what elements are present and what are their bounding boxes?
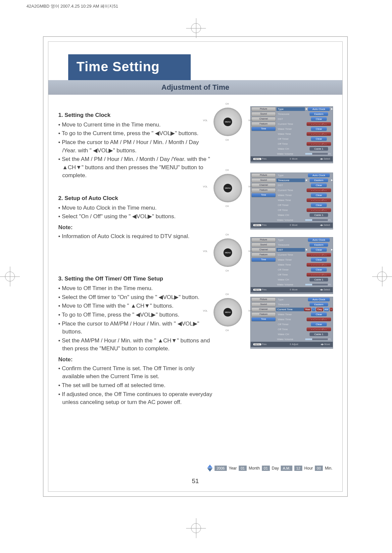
remote-dpad-icon: CH CH VOL VOL MENU: [209, 106, 247, 138]
crop-mark-right: [372, 267, 392, 286]
bullet: Move to Off Timer in the Time menu.: [58, 284, 214, 293]
title-box: Time Setting: [68, 54, 191, 80]
note-label: Note:: [58, 224, 214, 232]
figure-dst: CHCH VOLVOL MENU PictureTypeAuto Clock S…: [209, 237, 333, 294]
list-off: Move to Off Timer in the Time menu. Sele…: [58, 284, 214, 353]
page-number: 51: [48, 478, 342, 485]
heading-off: 3. Setting the Off Timer/ Off Time Setup: [58, 275, 214, 283]
bullet: To go to Off Time, press the " ◀VOL▶" bu…: [58, 311, 214, 319]
figure-current-time: CHCH VOLVOL MENU PictureTypeAuto Clock S…: [209, 297, 333, 349]
crop-mark-bottom: [186, 518, 206, 538]
document-header-meta: 42A2GMBD 영어 2007.4.25 10:29 AM 페이지51: [26, 3, 118, 9]
bullet: Set the AM/PM / Hour / Min. with the " ▲…: [58, 337, 214, 353]
figure-auto-clock: CHCH VOLVOL MENU PictureTypeAuto Clock S…: [209, 173, 333, 229]
heading-clock: 1. Setting the Clock: [58, 111, 214, 120]
list-auto-note: Information of Auto Clock is required to…: [58, 232, 214, 241]
osd-panel-current-time: PictureTypeAuto Clock SoundTimezoneEaste…: [250, 297, 333, 349]
bullet: Move to Auto Clock in the Time menu.: [58, 204, 214, 212]
section-auto-clock: 2. Setup of Auto Clock Move to Auto Cloc…: [58, 194, 214, 240]
list-auto: Move to Auto Clock in the Time menu. Sel…: [58, 204, 214, 221]
page-title: Time Setting: [76, 59, 182, 74]
crop-mark-top: [186, 18, 206, 38]
osd-panel-timezone: PictureTypeAuto Clock SoundTimezone◀East…: [250, 173, 333, 229]
bullet: To go to the Current time, press the " ◀…: [58, 129, 214, 138]
year-value: 2006: [215, 466, 226, 471]
content-area: 1. Setting the Clock Move to Current tim…: [48, 95, 342, 428]
bullet: Place the cursor to AM / PM / Hour / Min…: [58, 138, 214, 155]
list-off-note: Confirm the Current Time is set. The Off…: [58, 365, 214, 407]
bullet: Set the AM / PM / Hour / Min. / Month / …: [58, 155, 214, 180]
remote-dpad-icon: CHCH VOLVOL MENU: [209, 173, 247, 204]
bullet: Move to Off Time with the " ▲CH▼" button…: [58, 302, 214, 310]
bullet: Information of Auto Clock is required to…: [58, 232, 214, 241]
heading-auto: 2. Setup of Auto Clock: [58, 194, 214, 203]
remote-dpad-icon: CHCH VOLVOL MENU: [209, 237, 247, 269]
list-clock: Move to Current time in the Time menu. T…: [58, 121, 214, 180]
bullet: Select the Off timer to "On" using the "…: [58, 293, 214, 302]
bullet: Select "On / Off" using the " ◀VOL▶" but…: [58, 213, 214, 221]
section-off-timer: 3. Setting the Off Timer/ Off Time Setup…: [58, 275, 214, 407]
bullet: The set will be turned off at selected t…: [58, 381, 214, 390]
page-frame-outer: Time Setting Adjustment of Time 1. Setti…: [43, 36, 348, 497]
section-subtitle: Adjustment of Time: [48, 80, 342, 95]
date-time-bar: 2006 Year 01 Month 01 Day A.M. 12 Hour 0…: [207, 465, 332, 472]
osd-panel-type: PictureType◀Auto Clock▶ SoundTimezoneEas…: [250, 106, 333, 163]
bullet: If adjusted once, the Off Time continues…: [58, 390, 214, 407]
section-setting-clock: 1. Setting the Clock Move to Current tim…: [58, 111, 214, 180]
crop-mark-left: [0, 267, 20, 286]
bullet: Confirm the Current Time is set. The Off…: [58, 365, 214, 381]
osd-panel-dst: PictureTypeAuto Clock SoundTimezoneEaste…: [250, 237, 333, 294]
note-label: Note:: [58, 356, 214, 364]
page-frame-inner: Time Setting Adjustment of Time 1. Setti…: [48, 41, 343, 492]
remote-dpad-icon: CHCH VOLVOL MENU: [209, 297, 247, 328]
bullet: Move to Current time in the Time menu.: [58, 121, 214, 129]
figure-clock: CH CH VOL VOL MENU PictureType◀Auto Cloc…: [209, 106, 333, 163]
bullet: Place the cursor to AM/PM / Hour / Min. …: [58, 320, 214, 336]
